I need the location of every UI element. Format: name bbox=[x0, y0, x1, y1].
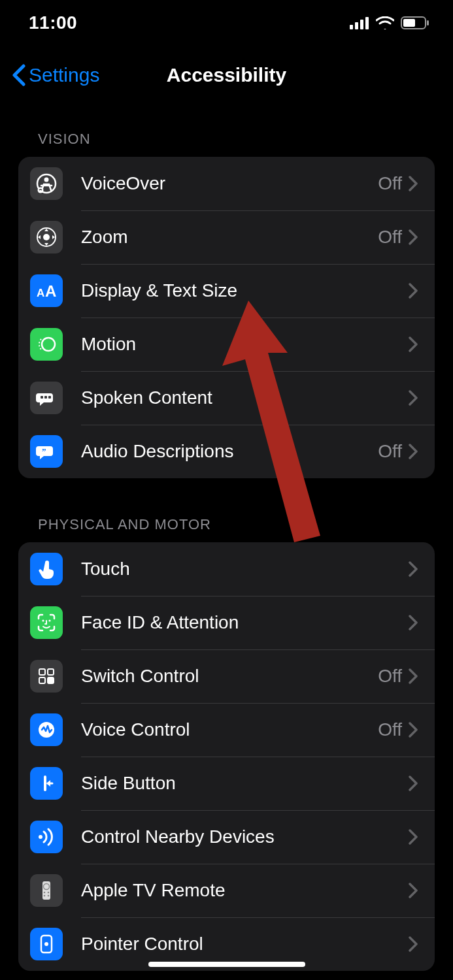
motion-icon bbox=[30, 328, 63, 361]
chevron-right-icon bbox=[409, 283, 418, 299]
content: Vision VoiceOver Off bbox=[0, 105, 453, 971]
row-label: Touch bbox=[81, 559, 409, 580]
chevron-right-icon bbox=[409, 722, 418, 738]
svg-point-38 bbox=[48, 895, 50, 897]
zoom-icon bbox=[30, 221, 63, 253]
row-voice-control[interactable]: Voice Control Off bbox=[18, 703, 435, 757]
svg-point-36 bbox=[48, 892, 50, 894]
svg-marker-13 bbox=[44, 243, 48, 246]
row-label: Motion bbox=[81, 334, 409, 355]
svg-point-23 bbox=[42, 619, 44, 621]
row-touch[interactable]: Touch bbox=[18, 542, 435, 596]
svg-rect-30 bbox=[44, 776, 46, 791]
row-label: Side Button bbox=[81, 773, 409, 794]
switch-control-icon bbox=[30, 660, 63, 693]
row-apple-tv-remote[interactable]: Apple TV Remote bbox=[18, 864, 435, 917]
svg-rect-6 bbox=[427, 20, 429, 25]
chevron-right-icon bbox=[409, 176, 418, 191]
row-label: Pointer Control bbox=[81, 934, 409, 955]
svg-marker-12 bbox=[44, 229, 48, 231]
chevron-right-icon bbox=[409, 668, 418, 684]
status-indicators bbox=[350, 16, 429, 29]
chevron-left-icon bbox=[12, 64, 26, 86]
apple-tv-remote-icon bbox=[30, 874, 63, 907]
svg-rect-2 bbox=[360, 20, 363, 29]
row-value: Off bbox=[378, 173, 402, 194]
svg-point-24 bbox=[48, 619, 50, 621]
chevron-right-icon bbox=[409, 390, 418, 406]
svg-point-18 bbox=[42, 338, 55, 351]
chevron-right-icon bbox=[409, 829, 418, 845]
svg-point-9 bbox=[38, 188, 44, 193]
text-size-icon: A A bbox=[30, 274, 63, 307]
row-value: Off bbox=[378, 441, 402, 462]
row-label: Spoken Content bbox=[81, 387, 409, 408]
row-value: Off bbox=[378, 227, 402, 248]
face-id-icon bbox=[30, 606, 63, 639]
chevron-right-icon bbox=[409, 883, 418, 898]
svg-rect-1 bbox=[355, 22, 358, 29]
wifi-icon bbox=[376, 16, 394, 29]
svg-marker-15 bbox=[52, 235, 55, 239]
section-header-vision: Vision bbox=[18, 131, 435, 157]
spoken-content-icon bbox=[30, 382, 63, 414]
audio-descriptions-icon: ” bbox=[30, 435, 63, 468]
svg-point-11 bbox=[43, 234, 50, 240]
row-spoken-content[interactable]: Spoken Content bbox=[18, 371, 435, 425]
row-label: Audio Descriptions bbox=[81, 441, 378, 462]
row-control-nearby-devices[interactable]: Control Nearby Devices bbox=[18, 810, 435, 864]
section-header-physical-motor: Physical and Motor bbox=[18, 516, 435, 542]
row-display-text-size[interactable]: A A Display & Text Size bbox=[18, 264, 435, 318]
row-label: Zoom bbox=[81, 227, 378, 248]
row-value: Off bbox=[378, 666, 402, 687]
back-button[interactable]: Settings bbox=[12, 64, 99, 86]
voiceover-icon bbox=[30, 167, 63, 200]
svg-rect-3 bbox=[365, 17, 369, 29]
svg-rect-28 bbox=[48, 678, 54, 683]
svg-marker-31 bbox=[46, 780, 50, 787]
group-vision: VoiceOver Off Zoom Off bbox=[18, 157, 435, 478]
svg-rect-5 bbox=[403, 19, 415, 27]
row-switch-control[interactable]: Switch Control Off bbox=[18, 649, 435, 703]
row-zoom[interactable]: Zoom Off bbox=[18, 210, 435, 264]
cellular-icon bbox=[350, 16, 369, 29]
svg-rect-21 bbox=[48, 396, 51, 399]
row-label: Switch Control bbox=[81, 666, 378, 687]
svg-rect-27 bbox=[39, 678, 45, 683]
status-time: 11:00 bbox=[29, 12, 77, 33]
side-button-icon bbox=[30, 767, 63, 800]
svg-rect-25 bbox=[39, 669, 45, 675]
status-bar: 11:00 bbox=[0, 0, 453, 46]
home-indicator bbox=[148, 962, 305, 967]
battery-icon bbox=[401, 16, 429, 29]
row-label: Face ID & Attention bbox=[81, 612, 409, 633]
chevron-right-icon bbox=[409, 776, 418, 791]
chevron-right-icon bbox=[409, 615, 418, 630]
svg-text:A: A bbox=[45, 282, 56, 300]
nearby-devices-icon bbox=[30, 821, 63, 853]
group-physical-motor: Touch Face ID & Attention bbox=[18, 542, 435, 971]
page-title: Accessibility bbox=[167, 64, 286, 86]
row-audio-descriptions[interactable]: ” Audio Descriptions Off bbox=[18, 425, 435, 478]
chevron-right-icon bbox=[409, 561, 418, 577]
svg-point-37 bbox=[44, 895, 46, 897]
voice-control-icon bbox=[30, 713, 63, 746]
svg-text:”: ” bbox=[42, 446, 46, 456]
row-side-button[interactable]: Side Button bbox=[18, 757, 435, 810]
row-label: Control Nearby Devices bbox=[81, 826, 409, 847]
row-voiceover[interactable]: VoiceOver Off bbox=[18, 157, 435, 210]
chevron-right-icon bbox=[409, 444, 418, 459]
row-label: VoiceOver bbox=[81, 173, 378, 194]
svg-point-40 bbox=[44, 942, 48, 946]
touch-icon bbox=[30, 553, 63, 585]
row-label: Apple TV Remote bbox=[81, 880, 409, 901]
chevron-right-icon bbox=[409, 936, 418, 952]
pointer-control-icon bbox=[30, 928, 63, 960]
row-face-id-attention[interactable]: Face ID & Attention bbox=[18, 596, 435, 649]
svg-rect-20 bbox=[44, 396, 47, 399]
row-motion[interactable]: Motion bbox=[18, 318, 435, 371]
row-label: Voice Control bbox=[81, 719, 378, 740]
svg-point-35 bbox=[44, 892, 46, 894]
svg-text:A: A bbox=[37, 287, 44, 299]
svg-rect-19 bbox=[41, 396, 43, 399]
